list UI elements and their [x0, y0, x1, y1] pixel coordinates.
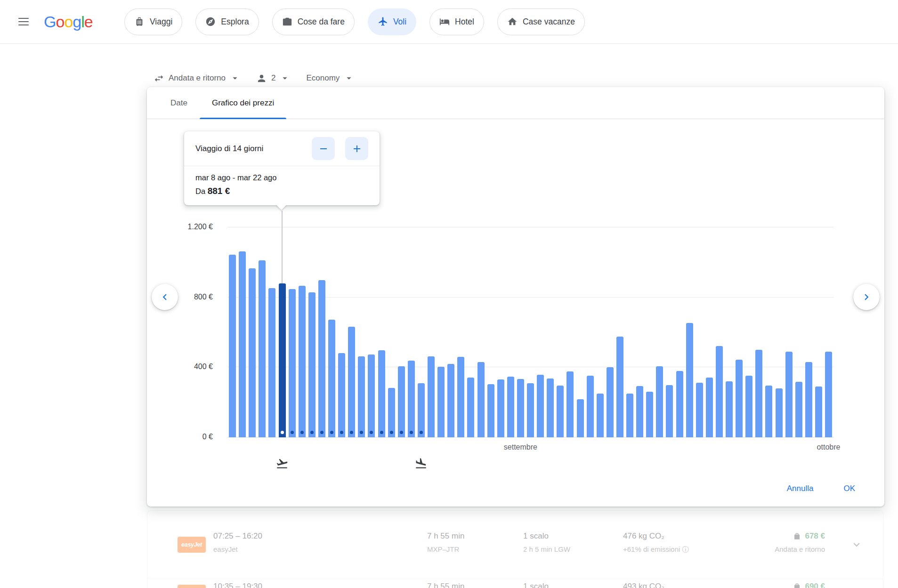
price-bar[interactable] — [716, 346, 723, 437]
x-axis-month-labels: settembreottobre — [227, 443, 834, 453]
y-axis-label: 1.200 € — [188, 223, 213, 231]
price-bar[interactable] — [656, 366, 663, 437]
flight-duration: 7 h 55 min — [427, 582, 464, 588]
increase-trip-length-button[interactable] — [345, 137, 368, 160]
price-bar[interactable] — [776, 388, 783, 437]
price-bar[interactable] — [428, 356, 435, 437]
price-bar[interactable] — [636, 386, 643, 437]
ok-button[interactable]: OK — [831, 478, 867, 499]
price-bar[interactable] — [249, 268, 256, 437]
nav-pill-viaggi[interactable]: Viaggi — [124, 8, 182, 35]
price-bar[interactable] — [229, 255, 236, 437]
top-bar: Google Viaggi Esplora Cose da fare Voli … — [0, 0, 898, 44]
nav-pill-case-vacanze[interactable]: Case vacanze — [497, 8, 585, 35]
trip-type-select[interactable]: Andata e ritorno — [154, 73, 240, 84]
swap-horizontal-icon — [154, 73, 164, 84]
info-icon[interactable]: ⓘ — [682, 546, 688, 553]
price-bar[interactable] — [785, 352, 793, 437]
departure-arrival-times: 07:25 – 16:20 — [213, 532, 262, 541]
price-bar[interactable] — [587, 376, 594, 437]
price-bar[interactable] — [726, 381, 733, 437]
selected-date-range: mar 8 ago - mar 22 ago — [195, 173, 368, 182]
cabin-class-select[interactable]: Economy — [306, 73, 354, 83]
price-bar[interactable] — [418, 383, 425, 437]
chevron-right-icon — [860, 291, 873, 303]
nav-pill-esplora[interactable]: Esplora — [195, 8, 259, 35]
price-bar[interactable] — [597, 394, 604, 437]
nav-pill-voli[interactable]: Voli — [368, 8, 416, 35]
flight-row[interactable]: easyJet 10:35 – 19:30 7 h 55 min 1 scalo… — [147, 579, 883, 588]
price-bar[interactable] — [745, 376, 752, 437]
price-bar[interactable] — [607, 367, 614, 437]
cancel-button[interactable]: Annulla — [775, 478, 826, 499]
dialog-actions: Annulla OK — [775, 478, 867, 499]
price-bar[interactable] — [547, 379, 554, 437]
price-bar[interactable] — [686, 323, 693, 437]
price-bar[interactable] — [736, 360, 743, 437]
price-bar[interactable] — [477, 362, 485, 437]
price-bar[interactable] — [507, 377, 514, 437]
price-bar[interactable] — [706, 378, 713, 438]
price-bar[interactable] — [318, 280, 325, 438]
price-bar[interactable] — [408, 361, 415, 438]
price-bar[interactable] — [289, 289, 296, 437]
nav-pill-hotel[interactable]: Hotel — [429, 8, 484, 35]
y-axis-label: 800 € — [194, 293, 213, 301]
nav-pill-cose-da-fare[interactable]: Cose da fare — [272, 8, 355, 35]
price-bar[interactable] — [517, 379, 524, 437]
luggage-icon — [134, 16, 145, 27]
price-bar[interactable] — [467, 378, 474, 438]
price-bar[interactable] — [666, 385, 673, 438]
price-bar[interactable] — [527, 383, 534, 437]
price-bar[interactable] — [308, 292, 316, 438]
price-bar-selected[interactable] — [279, 283, 286, 437]
price-bar[interactable] — [646, 392, 653, 437]
explore-icon — [205, 16, 216, 27]
price-bar[interactable] — [626, 394, 633, 437]
price-bar[interactable] — [299, 286, 306, 437]
price-bar[interactable] — [755, 350, 762, 437]
nav-pill-label: Viaggi — [150, 17, 172, 27]
tab-price-graph[interactable]: Grafico dei prezzi — [200, 87, 286, 119]
price-bar[interactable] — [537, 375, 544, 437]
price-bar[interactable] — [805, 362, 812, 437]
prev-dates-button[interactable] — [152, 284, 178, 310]
decrease-trip-length-button[interactable] — [312, 137, 335, 160]
price-bar[interactable] — [497, 379, 504, 437]
next-dates-button[interactable] — [853, 284, 880, 310]
price-bar[interactable] — [437, 367, 445, 437]
price-bar[interactable] — [616, 337, 623, 438]
flight-row[interactable]: easyJet 07:25 – 16:20 easyJet 7 h 55 min… — [147, 511, 883, 579]
month-label: settembre — [504, 443, 537, 451]
price-bar[interactable] — [557, 386, 564, 437]
expand-flight-button[interactable] — [846, 534, 867, 555]
price-bar[interactable] — [398, 366, 405, 437]
price-bar[interactable] — [447, 364, 454, 437]
price-bar[interactable] — [696, 383, 703, 437]
price-bar[interactable] — [348, 327, 355, 437]
price-bar[interactable] — [825, 352, 832, 437]
price-bar[interactable] — [268, 288, 275, 437]
price-bar[interactable] — [795, 382, 802, 437]
price-from-prefix: Da — [195, 187, 205, 195]
y-axis-label: 0 € — [202, 433, 213, 441]
price-bar[interactable] — [676, 371, 683, 437]
price-bar[interactable] — [358, 356, 365, 437]
price-bar[interactable] — [457, 357, 464, 437]
price-bar[interactable] — [487, 384, 494, 437]
price-bar[interactable] — [765, 386, 772, 437]
price-bar[interactable] — [239, 251, 246, 437]
price-bar[interactable] — [815, 387, 822, 437]
price-bar[interactable] — [566, 371, 574, 437]
price-bar[interactable] — [259, 260, 266, 438]
price-bar[interactable] — [388, 388, 395, 437]
price-bar[interactable] — [368, 354, 375, 437]
passengers-select[interactable]: 2 — [256, 73, 290, 84]
tab-date[interactable]: Date — [158, 87, 200, 119]
price-bar[interactable] — [328, 320, 335, 437]
price-bar[interactable] — [378, 350, 385, 437]
menu-button[interactable] — [12, 10, 35, 33]
price-bar[interactable] — [577, 399, 584, 437]
google-logo[interactable]: Google — [44, 0, 93, 44]
price-bar[interactable] — [338, 353, 345, 438]
